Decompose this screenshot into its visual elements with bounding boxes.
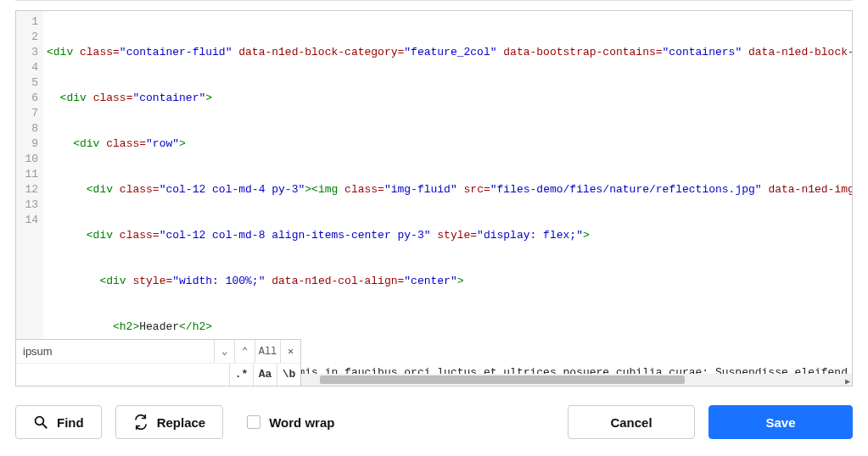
- chevron-down-icon: ⌄: [221, 344, 227, 359]
- line-number: 3: [16, 45, 38, 60]
- cancel-button-label: Cancel: [610, 415, 652, 430]
- line-number: 8: [16, 121, 38, 136]
- replace-icon: [133, 414, 148, 430]
- find-panel: ⌄ ⌃ All ✕ .* Aa \b: [16, 339, 301, 386]
- scrollbar-thumb[interactable]: [320, 375, 685, 384]
- line-number: 10: [16, 152, 38, 167]
- line-number: 12: [16, 182, 38, 197]
- replace-button-label: Replace: [157, 415, 206, 430]
- find-button[interactable]: Find: [15, 405, 102, 439]
- code-content[interactable]: <div class="container-fluid" data-n1ed-b…: [43, 11, 852, 386]
- find-input[interactable]: [16, 340, 214, 363]
- save-button[interactable]: Save: [708, 405, 853, 439]
- code-editor[interactable]: 1 2 3 4 5 6 7 8 9 10 11 12 13 14 <div cl…: [15, 10, 853, 386]
- regex-toggle[interactable]: .*: [229, 364, 253, 386]
- close-icon: ✕: [288, 344, 294, 359]
- line-number-gutter: 1 2 3 4 5 6 7 8 9 10 11 12 13 14: [16, 11, 43, 386]
- checkbox-icon: [247, 415, 260, 429]
- find-all-button[interactable]: All: [255, 340, 280, 363]
- find-next-button[interactable]: ⌄: [214, 340, 234, 363]
- save-button-label: Save: [765, 415, 795, 430]
- bottom-toolbar: Find Replace Word wrap Cancel Save: [15, 403, 853, 441]
- line-number: 1: [16, 14, 38, 30]
- find-button-label: Find: [57, 415, 84, 430]
- cancel-button[interactable]: Cancel: [568, 405, 695, 439]
- replace-button[interactable]: Replace: [115, 405, 224, 439]
- word-wrap-checkbox[interactable]: Word wrap: [247, 415, 334, 430]
- line-number: 11: [16, 167, 38, 182]
- line-number: 4: [16, 60, 38, 75]
- line-number: 13: [16, 197, 38, 213]
- horizontal-scrollbar[interactable]: ▶: [301, 374, 852, 386]
- find-close-button[interactable]: ✕: [280, 340, 300, 363]
- scroll-right-icon[interactable]: ▶: [845, 375, 850, 386]
- find-prev-button[interactable]: ⌃: [234, 340, 255, 363]
- line-number: 9: [16, 136, 38, 152]
- search-icon: [33, 414, 48, 430]
- svg-line-1: [42, 424, 46, 427]
- chevron-up-icon: ⌃: [242, 344, 248, 359]
- word-wrap-label: Word wrap: [269, 415, 334, 430]
- line-number: 6: [16, 91, 38, 106]
- find-all-label: All: [259, 344, 277, 359]
- case-sensitive-toggle[interactable]: Aa: [253, 364, 277, 386]
- whole-word-toggle[interactable]: \b: [277, 364, 300, 386]
- line-number: 7: [16, 106, 38, 121]
- line-number: 2: [16, 30, 38, 45]
- line-number: 5: [16, 75, 38, 91]
- line-number: 14: [16, 213, 38, 228]
